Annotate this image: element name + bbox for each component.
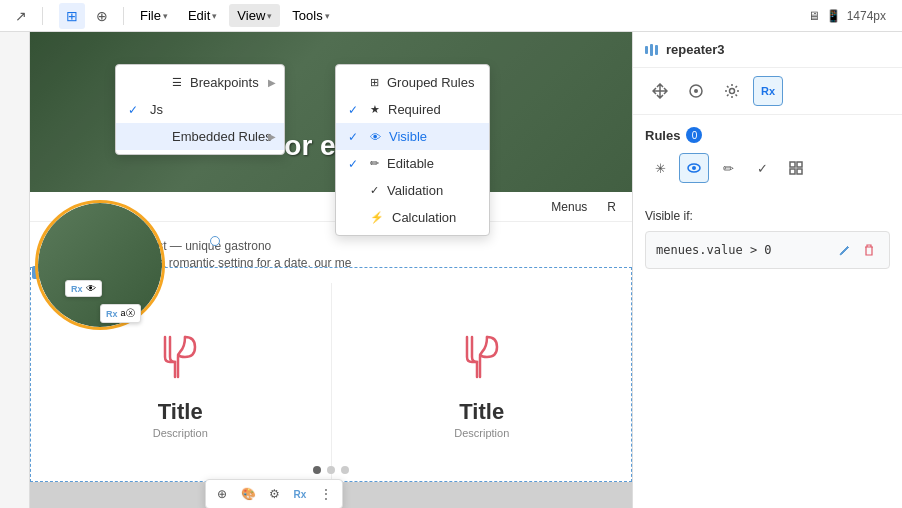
svg-point-2 [730,89,735,94]
rx-text-2: Rx [106,309,118,319]
tablet-icon: 📱 [826,9,841,23]
tab-move[interactable] [645,76,675,106]
rx-text-1: Rx [71,284,83,294]
submenu-calculation[interactable]: ⚡ Calculation [336,204,489,231]
view-menu-chevron: ▾ [267,11,272,21]
rules-count: 0 [686,127,702,143]
rule-visible-btn[interactable] [679,153,709,183]
rx-badge-2[interactable]: Rx aⓧ [100,304,141,323]
tab-design[interactable] [681,76,711,106]
submenu-grouped-rules[interactable]: ⊞ Grouped Rules [336,69,489,96]
breakpoint-value: 1474px [847,9,886,23]
editable-check: ✓ [348,157,362,171]
panel-title: repeater3 [666,42,725,57]
visible-if-label: Visible if: [645,209,890,223]
visible-label: Visible [389,129,427,144]
rule-all-btn[interactable]: ✳ [645,153,675,183]
grid-view-icon[interactable]: ⊞ [59,3,85,29]
main-layout: or ever Menus R Welcome to Northwest — u… [0,32,902,508]
tools-menu-chevron: ▾ [325,11,330,21]
svg-point-1 [694,89,698,93]
left-ruler [0,32,30,508]
rules-toolbar: ✳ ✏ ✓ [645,153,890,183]
more-tool-btn[interactable]: ⋮ [314,482,338,506]
editable-label: Editable [387,156,434,171]
validation-label: Validation [387,183,443,198]
eye-icon [687,161,701,175]
breakpoint-display: 🖥 📱 1474px [800,9,894,23]
calculation-icon: ⚡ [370,211,384,224]
menubar: ↗ ⊞ ⊕ File ▾ Edit ▾ View ▾ Tools ▾ 🖥 📱 1… [0,0,902,32]
svg-rect-6 [797,162,802,167]
right-panel: × repeater3 [632,32,902,508]
editable-icon: ✏ [370,157,379,170]
visible-check: ✓ [348,130,362,144]
move-tool-btn[interactable]: ⊕ [210,482,234,506]
design-tool-btn[interactable]: 🎨 [236,482,260,506]
desktop-icon: 🖥 [808,9,820,23]
view-dropdown: ☰ Breakpoints Js Embedded Rules [115,64,285,155]
dropdown-js[interactable]: Js [116,96,284,123]
file-menu[interactable]: File ▾ [132,4,176,27]
dot-1[interactable] [313,466,321,474]
submenu-validation[interactable]: ✓ Validation [336,177,489,204]
view-menu[interactable]: View ▾ [229,4,280,27]
tab-settings[interactable] [717,76,747,106]
breakpoints-icon: ☰ [172,76,182,89]
expr-actions [835,240,879,260]
js-label: Js [150,102,163,117]
menus-label: Menus [551,200,587,214]
dropdown-breakpoints[interactable]: ☰ Breakpoints [116,69,284,96]
calculation-label: Calculation [392,210,456,225]
rules-header: Rules 0 [645,127,890,143]
rules-rx-label: Rx [761,85,775,97]
settings-tool-btn[interactable]: ⚙ [262,482,286,506]
embedded-submenu: ⊞ Grouped Rules ✓ ★ Required ✓ 👁 Visible… [335,64,490,236]
panel-header: repeater3 [633,32,902,68]
required-label: Required [388,102,441,117]
visible-if-expression: menues.value > 0 [645,231,890,269]
resize-handle[interactable] [210,236,220,246]
visible-if-section: Visible if: menues.value > 0 [633,209,902,269]
design-icon [688,83,704,99]
eye-icon-1: 👁 [86,283,96,294]
separator2 [123,7,124,25]
rx-badge-1[interactable]: Rx 👁 [65,280,102,297]
svg-rect-7 [790,169,795,174]
back-icon[interactable]: ↗ [8,3,34,29]
dot-3[interactable] [341,466,349,474]
tab-rules[interactable]: Rx [753,76,783,106]
dropdown-embedded-rules[interactable]: Embedded Rules [116,123,284,150]
rule-grid-btn[interactable] [781,153,811,183]
required-check: ✓ [348,103,362,117]
dots-indicator [313,466,349,474]
canvas-area: or ever Menus R Welcome to Northwest — u… [0,32,632,508]
move-icon [652,83,668,99]
submenu-editable[interactable]: ✓ ✏ Editable [336,150,489,177]
edit-expression-btn[interactable] [835,240,855,260]
breakpoints-label: Breakpoints [190,75,259,90]
rule-edit-btn[interactable]: ✏ [713,153,743,183]
tools-menu[interactable]: Tools ▾ [284,4,337,27]
element-toolbar: ⊕ 🎨 ⚙ Rx ⋮ [205,479,343,508]
expression-text: menues.value > 0 [656,243,772,257]
menus-r-label: R [607,200,616,214]
grouped-icon: ⊞ [370,76,379,89]
rules-tool-btn[interactable]: Rx [288,482,312,506]
layer-view-icon[interactable]: ⊕ [89,3,115,29]
rules-label: Rules [645,128,680,143]
submenu-visible[interactable]: ✓ 👁 Visible [336,123,489,150]
svg-rect-8 [797,169,802,174]
delete-expression-btn[interactable] [859,240,879,260]
embedded-rules-label: Embedded Rules [172,129,272,144]
dot-2[interactable] [327,466,335,474]
text-icon-2: aⓧ [121,307,135,320]
settings-icon [724,83,740,99]
rule-check-btn[interactable]: ✓ [747,153,777,183]
separator [42,7,43,25]
grid-icon [789,161,803,175]
edit-menu-chevron: ▾ [212,11,217,21]
submenu-required[interactable]: ✓ ★ Required [336,96,489,123]
svg-rect-5 [790,162,795,167]
edit-menu[interactable]: Edit ▾ [180,4,225,27]
